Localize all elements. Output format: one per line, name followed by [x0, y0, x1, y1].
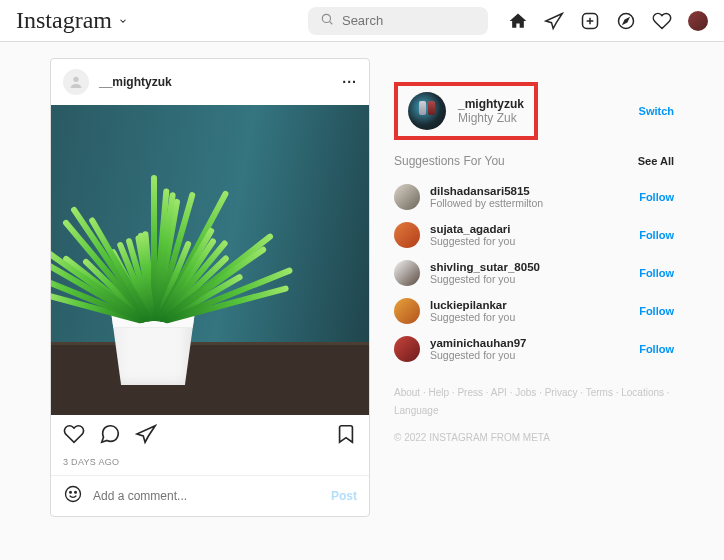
footer-link[interactable]: Locations: [621, 387, 664, 398]
footer-link[interactable]: API: [491, 387, 507, 398]
follow-button[interactable]: Follow: [639, 343, 674, 355]
current-user-avatar: [408, 92, 446, 130]
suggestion-subtext: Suggested for you: [430, 273, 540, 285]
svg-point-7: [73, 77, 78, 82]
post-timestamp: 3 DAYS AGO: [51, 453, 369, 475]
footer-link[interactable]: Language: [394, 405, 439, 416]
suggestion-row: dilshadansari5815Followed by esttermilto…: [394, 178, 674, 216]
post-author-username[interactable]: __mightyzuk: [99, 75, 172, 89]
post-comment-button[interactable]: Post: [331, 489, 357, 503]
post-options-button[interactable]: ···: [342, 75, 357, 89]
home-icon[interactable]: [508, 11, 528, 31]
suggestions-list: dilshadansari5815Followed by esttermilto…: [394, 178, 674, 368]
switch-account-button[interactable]: Switch: [639, 105, 674, 117]
like-icon[interactable]: [63, 423, 85, 449]
suggestion-avatar[interactable]: [394, 298, 420, 324]
suggestion-subtext: Suggested for you: [430, 349, 527, 361]
current-user-card[interactable]: _mightyzuk Mighty Zuk: [394, 82, 538, 140]
current-user-username: _mightyzuk: [458, 97, 524, 111]
post-author-avatar[interactable]: [63, 69, 89, 95]
post-image[interactable]: [51, 105, 369, 415]
svg-marker-6: [624, 18, 629, 23]
suggestion-avatar[interactable]: [394, 336, 420, 362]
footer-link[interactable]: Press: [457, 387, 483, 398]
footer-link[interactable]: About: [394, 387, 420, 398]
footer-link[interactable]: Terms: [586, 387, 613, 398]
logo-dropdown[interactable]: Instagram: [16, 7, 128, 34]
profile-avatar[interactable]: [688, 11, 708, 31]
explore-icon[interactable]: [616, 11, 636, 31]
footer-link[interactable]: Jobs: [515, 387, 536, 398]
instagram-logo: Instagram: [16, 7, 112, 34]
suggestion-row: sujata_agadariSuggested for youFollow: [394, 216, 674, 254]
footer-copyright: © 2022 INSTAGRAM FROM META: [394, 432, 674, 443]
suggestions-heading: Suggestions For You: [394, 154, 505, 168]
suggestion-username[interactable]: shivling_sutar_8050: [430, 261, 540, 273]
activity-icon[interactable]: [652, 11, 672, 31]
search-input[interactable]: [342, 13, 476, 28]
follow-button[interactable]: Follow: [639, 191, 674, 203]
top-navbar: Instagram: [0, 0, 724, 42]
svg-point-0: [322, 14, 330, 22]
comment-input[interactable]: [93, 489, 321, 503]
follow-button[interactable]: Follow: [639, 229, 674, 241]
save-icon[interactable]: [335, 423, 357, 449]
suggestion-avatar[interactable]: [394, 184, 420, 210]
feed-post: __mightyzuk ··· 3 DAYS AGO Post: [50, 58, 370, 517]
suggestion-subtext: Suggested for you: [430, 311, 515, 323]
suggestion-row: yaminichauhan97Suggested for youFollow: [394, 330, 674, 368]
footer-link[interactable]: Privacy: [545, 387, 578, 398]
search-icon: [320, 12, 334, 30]
suggestion-username[interactable]: dilshadansari5815: [430, 185, 543, 197]
suggestion-subtext: Followed by esttermilton: [430, 197, 543, 209]
svg-point-8: [66, 487, 81, 502]
suggestion-subtext: Suggested for you: [430, 235, 515, 247]
suggestion-row: shivling_sutar_8050Suggested for youFoll…: [394, 254, 674, 292]
suggestion-username[interactable]: sujata_agadari: [430, 223, 515, 235]
current-user-displayname: Mighty Zuk: [458, 111, 524, 125]
suggestion-row: luckiepilankarSuggested for youFollow: [394, 292, 674, 330]
footer-links: About · Help · Press · API · Jobs · Priv…: [394, 384, 674, 420]
svg-line-1: [330, 21, 333, 24]
suggestion-username[interactable]: luckiepilankar: [430, 299, 515, 311]
emoji-icon[interactable]: [63, 484, 83, 508]
suggestion-avatar[interactable]: [394, 260, 420, 286]
suggestion-avatar[interactable]: [394, 222, 420, 248]
suggestion-username[interactable]: yaminichauhan97: [430, 337, 527, 349]
comment-icon[interactable]: [99, 423, 121, 449]
search-box[interactable]: [308, 7, 488, 35]
sidebar: _mightyzuk Mighty Zuk Switch Suggestions…: [394, 58, 674, 443]
follow-button[interactable]: Follow: [639, 305, 674, 317]
new-post-icon[interactable]: [580, 11, 600, 31]
chevron-down-icon: [118, 16, 128, 26]
messenger-icon[interactable]: [544, 11, 564, 31]
see-all-link[interactable]: See All: [638, 155, 674, 167]
follow-button[interactable]: Follow: [639, 267, 674, 279]
share-icon[interactable]: [135, 423, 157, 449]
footer-link[interactable]: Help: [428, 387, 449, 398]
svg-point-9: [70, 492, 72, 494]
svg-point-10: [75, 492, 77, 494]
